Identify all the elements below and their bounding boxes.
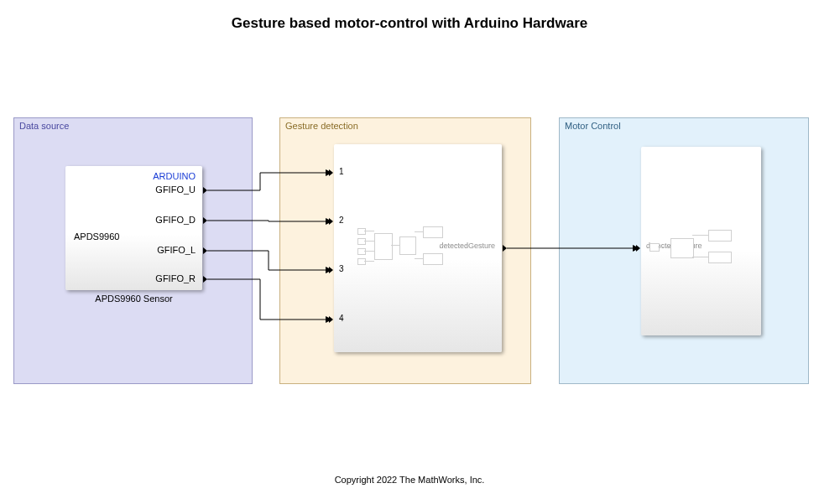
motor-inport-label: detectedGesture [646, 242, 702, 250]
apds9960-sensor-block[interactable]: ARDUINO APDS9960 GFIFO_U GFIFO_D GFIFO_L… [65, 166, 202, 290]
gesture-inport-4-icon[interactable] [329, 316, 333, 323]
gesture-inport-3-label: 3 [339, 264, 344, 273]
apds-vendor-label: ARDUINO [153, 171, 196, 181]
apds-outport-u-icon[interactable] [203, 187, 207, 194]
apds-port-l-label: GFIFO_L [157, 245, 196, 255]
gesture-inport-1-label: 1 [339, 167, 344, 176]
apds-chip-label: APDS9960 [74, 231, 119, 242]
region-data-source-label: Data source [19, 121, 69, 131]
apds-port-r-label: GFIFO_R [155, 273, 196, 283]
motor-inport-icon[interactable] [636, 245, 640, 252]
gesture-inport-2-icon[interactable] [329, 218, 333, 225]
apds-port-u-label: GFIFO_U [155, 184, 196, 195]
region-motor-control-label: Motor Control [565, 121, 621, 131]
gesture-outport-icon[interactable] [503, 245, 507, 252]
apds-port-d-label: GFIFO_D [155, 215, 196, 225]
gesture-inport-1-icon[interactable] [329, 169, 333, 176]
apds-outport-l-icon[interactable] [203, 247, 207, 254]
gesture-inport-2-label: 2 [339, 216, 344, 225]
gesture-detection-subsystem-block[interactable]: 1 2 3 4 detectedGesture [334, 144, 502, 352]
motor-control-subsystem-block[interactable]: detectedGesture [641, 147, 761, 335]
gesture-inport-4-label: 4 [339, 314, 344, 323]
apds-block-label-below: APDS9960 Sensor [65, 294, 202, 304]
gesture-outport-label: detectedGesture [439, 242, 495, 250]
apds-outport-d-icon[interactable] [203, 217, 207, 224]
footer-copyright: Copyright 2022 The MathWorks, Inc. [0, 475, 819, 485]
apds-outport-r-icon[interactable] [203, 276, 207, 283]
model-title: Gesture based motor-control with Arduino… [0, 15, 819, 32]
region-gesture-detection-label: Gesture detection [285, 121, 358, 131]
gesture-inport-3-icon[interactable] [329, 267, 333, 273]
